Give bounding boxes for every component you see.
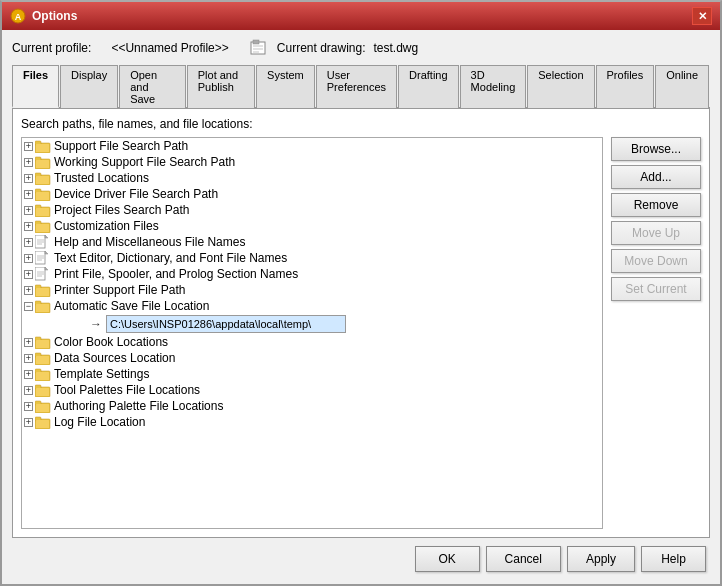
tree-item-working[interactable]: + Working Support File Search Path xyxy=(22,154,602,170)
expand-support[interactable]: + xyxy=(24,142,33,151)
tab-selection[interactable]: Selection xyxy=(527,65,594,108)
move-up-button[interactable]: Move Up xyxy=(611,221,701,245)
tree-item-colorbook[interactable]: + Color Book Locations xyxy=(22,334,602,350)
bottom-bar: OK Cancel Apply Help xyxy=(12,538,710,576)
svg-rect-57 xyxy=(36,388,49,396)
drawing-section: Current drawing: test.dwg xyxy=(249,38,418,58)
current-drawing-value: test.dwg xyxy=(374,41,419,55)
label-datasources: Data Sources Location xyxy=(54,351,175,365)
expand-device[interactable]: + xyxy=(24,190,33,199)
move-down-button[interactable]: Move Down xyxy=(611,249,701,273)
tree-item-toolpalettes[interactable]: + Tool Palettes File Locations xyxy=(22,382,602,398)
files-tab-content: Search paths, file names, and file locat… xyxy=(12,109,710,538)
tree-item-project[interactable]: + Project Files Search Path xyxy=(22,202,602,218)
folder-icon-project xyxy=(35,203,51,217)
set-current-button[interactable]: Set Current xyxy=(611,277,701,301)
tab-plot-publish[interactable]: Plot and Publish xyxy=(187,65,255,108)
cancel-button[interactable]: Cancel xyxy=(486,546,561,572)
expand-help[interactable]: + xyxy=(24,238,33,247)
expand-custom[interactable]: + xyxy=(24,222,33,231)
folder-icon-trusted xyxy=(35,171,51,185)
svg-rect-42 xyxy=(36,288,49,296)
browse-button[interactable]: Browse... xyxy=(611,137,701,161)
expand-toolpalettes[interactable]: + xyxy=(24,386,33,395)
tab-user-prefs[interactable]: User Preferences xyxy=(316,65,397,108)
svg-rect-12 xyxy=(36,160,49,168)
help-button[interactable]: Help xyxy=(641,546,706,572)
tree-item-trusted[interactable]: + Trusted Locations xyxy=(22,170,602,186)
label-text: Text Editor, Dictionary, and Font File N… xyxy=(54,251,287,265)
tree-item-datasources[interactable]: + Data Sources Location xyxy=(22,350,602,366)
tree-scroll[interactable]: + Support File Search Path xyxy=(22,138,602,430)
expand-working[interactable]: + xyxy=(24,158,33,167)
folder-icon-autosave xyxy=(35,299,51,313)
tree-item-printer-support[interactable]: + Printer Support File Path xyxy=(22,282,602,298)
tab-online[interactable]: Online xyxy=(655,65,709,108)
expand-print[interactable]: + xyxy=(24,270,33,279)
file-icon-print xyxy=(35,267,51,281)
add-button[interactable]: Add... xyxy=(611,165,701,189)
tree-container[interactable]: + Support File Search Path xyxy=(21,137,603,529)
svg-rect-51 xyxy=(36,356,49,364)
tree-item-template[interactable]: + Template Settings xyxy=(22,366,602,382)
folder-icon-template xyxy=(35,367,51,381)
tree-item-logfile[interactable]: + Log File Location xyxy=(22,414,602,430)
svg-text:A: A xyxy=(15,12,22,22)
search-paths-label: Search paths, file names, and file locat… xyxy=(21,117,701,131)
expand-trusted[interactable]: + xyxy=(24,174,33,183)
path-input-row: → xyxy=(22,315,602,333)
svg-rect-48 xyxy=(36,340,49,348)
svg-rect-60 xyxy=(36,404,49,412)
close-button[interactable]: ✕ xyxy=(692,7,712,25)
profile-value: <<Unnamed Profile>> xyxy=(111,41,228,55)
folder-icon-device xyxy=(35,187,51,201)
label-help: Help and Miscellaneous File Names xyxy=(54,235,245,249)
remove-button[interactable]: Remove xyxy=(611,193,701,217)
expand-template[interactable]: + xyxy=(24,370,33,379)
folder-icon-datasources xyxy=(35,351,51,365)
path-arrow: → xyxy=(90,317,102,331)
buttons-panel: Browse... Add... Remove Move Up Move Dow… xyxy=(611,137,701,529)
expand-project[interactable]: + xyxy=(24,206,33,215)
tab-system[interactable]: System xyxy=(256,65,315,108)
svg-rect-21 xyxy=(36,208,49,216)
ok-button[interactable]: OK xyxy=(415,546,480,572)
expand-printer-support[interactable]: + xyxy=(24,286,33,295)
folder-icon-support xyxy=(35,139,51,153)
label-device: Device Driver File Search Path xyxy=(54,187,218,201)
apply-button[interactable]: Apply xyxy=(567,546,635,572)
autosave-path-input[interactable] xyxy=(106,315,346,333)
tree-item-support[interactable]: + Support File Search Path xyxy=(22,138,602,154)
tab-files[interactable]: Files xyxy=(12,65,59,108)
tab-drafting[interactable]: Drafting xyxy=(398,65,459,108)
expand-colorbook[interactable]: + xyxy=(24,338,33,347)
profile-label: Current profile: xyxy=(12,41,91,55)
svg-marker-36 xyxy=(45,267,48,270)
tree-item-print[interactable]: + Print File, Spooler, and xyxy=(22,266,602,282)
expand-autosave[interactable]: − xyxy=(24,302,33,311)
folder-icon-authoring xyxy=(35,399,51,413)
folder-icon-printer-support xyxy=(35,283,51,297)
expand-logfile[interactable]: + xyxy=(24,418,33,427)
label-toolpalettes: Tool Palettes File Locations xyxy=(54,383,200,397)
tab-profiles[interactable]: Profiles xyxy=(596,65,655,108)
file-icon-help xyxy=(35,235,51,249)
tab-3d-modeling[interactable]: 3D Modeling xyxy=(460,65,527,108)
expand-authoring[interactable]: + xyxy=(24,402,33,411)
tree-item-autosave[interactable]: − Automatic Save File Location xyxy=(22,298,602,314)
tab-display[interactable]: Display xyxy=(60,65,118,108)
tree-item-text[interactable]: + Text Editor, Dictionary, xyxy=(22,250,602,266)
tree-item-device[interactable]: + Device Driver File Search Path xyxy=(22,186,602,202)
svg-rect-35 xyxy=(35,267,45,280)
svg-rect-18 xyxy=(36,192,49,200)
window-body: Current profile: <<Unnamed Profile>> Cur… xyxy=(2,30,720,584)
file-icon-text xyxy=(35,251,51,265)
tree-item-authoring[interactable]: + Authoring Palette File Locations xyxy=(22,398,602,414)
expand-datasources[interactable]: + xyxy=(24,354,33,363)
folder-icon-toolpalettes xyxy=(35,383,51,397)
label-logfile: Log File Location xyxy=(54,415,145,429)
expand-text[interactable]: + xyxy=(24,254,33,263)
tree-item-custom[interactable]: + Customization Files xyxy=(22,218,602,234)
tree-item-help[interactable]: + Help and Miscellaneous Fi xyxy=(22,234,602,250)
tab-open-save[interactable]: Open and Save xyxy=(119,65,186,108)
